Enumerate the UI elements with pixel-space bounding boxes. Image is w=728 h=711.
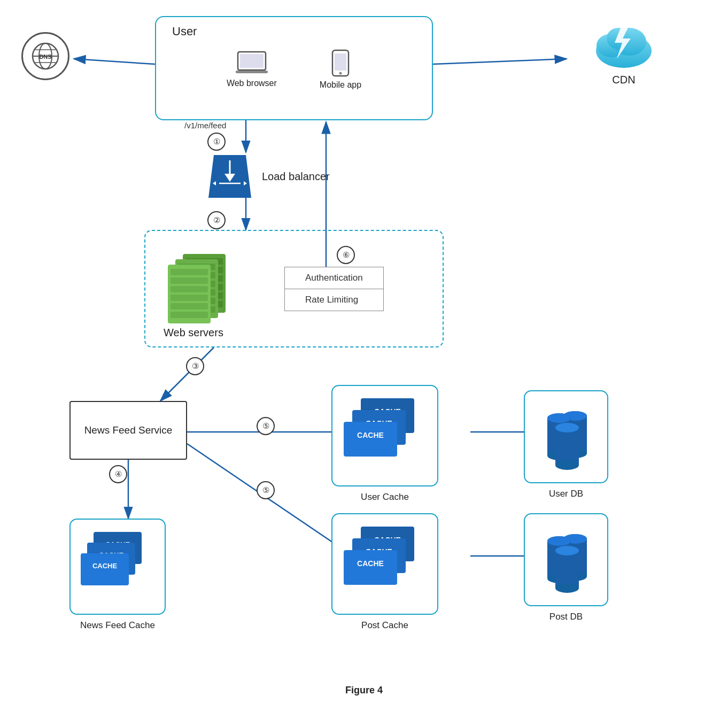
svg-rect-21 [240,54,264,68]
auth-label: Authentication [305,273,363,283]
step-3-circle: ③ [186,357,204,375]
step-1-label: ① [213,137,220,146]
svg-rect-22 [236,71,268,73]
user-title: User [172,25,197,38]
mobile-app-item: Mobile app [320,49,361,90]
svg-text:CACHE: CACHE [357,559,384,568]
post-db-box [524,513,608,606]
user-db-area: User DB [524,390,608,499]
authentication-item: Authentication [284,267,384,289]
svg-text:/v1/me/feed: /v1/me/feed [184,121,226,130]
step-5b-label: ⑤ [262,485,269,495]
svg-rect-55 [171,286,208,292]
svg-point-100 [555,546,579,555]
svg-point-84 [547,413,571,423]
svg-rect-54 [171,277,208,284]
svg-rect-57 [171,303,208,310]
user-cache-area: CACHE CACHE CACHE User Cache [331,385,438,503]
user-cache-icon: CACHE CACHE CACHE [339,393,430,478]
news-feed-cache-label: News Feed Cache [80,620,155,631]
svg-rect-98 [555,551,579,588]
step-5a-label: ⑤ [262,421,269,431]
svg-line-6 [160,347,214,401]
web-browser-item: Web browser [227,51,277,88]
svg-point-88 [555,423,579,432]
web-servers-label: Web servers [164,327,223,339]
svg-line-3 [433,59,567,64]
news-feed-service-label: News Feed Service [84,424,173,436]
user-box: User Web browser Mobile app [155,16,433,120]
step-4-circle: ④ [109,465,127,483]
mobile-app-label: Mobile app [320,80,361,90]
figure-label: Figure 4 [345,685,383,696]
svg-rect-56 [171,295,208,301]
svg-point-87 [555,460,579,470]
user-db-label: User DB [549,489,583,499]
cdn-label: CDN [612,74,635,86]
rate-limiting-item: Rate Limiting [284,289,384,311]
auth-rate-container: Authentication Rate Limiting [284,267,384,311]
laptop-icon [236,51,268,75]
post-cache-label: Post Cache [361,620,408,631]
news-feed-service-box: News Feed Service [69,401,187,460]
post-cache-icon: CACHE CACHE CACHE [339,521,430,607]
news-feed-cache-icon: CACHE CACHE CACHE [78,527,158,607]
user-db-box [524,390,608,483]
svg-line-2 [74,59,155,64]
step-1-circle: ① [207,133,226,151]
svg-point-96 [547,536,571,546]
post-db-area: Post DB [524,513,608,622]
rate-label: Rate Limiting [305,295,358,305]
post-cache-area: CACHE CACHE CACHE Post Cache [331,513,438,631]
load-balancer-area: Load balancer [208,152,330,200]
web-browser-label: Web browser [227,79,277,88]
svg-rect-24 [335,53,346,71]
svg-text:CACHE: CACHE [92,562,118,570]
step-2-circle: ② [207,211,226,229]
svg-rect-53 [171,269,208,275]
step-6-label: ⑥ [343,250,350,260]
diagram: /v1/me/feed DNS User Web browser [0,0,728,711]
user-icons: Web browser Mobile app [227,49,361,90]
post-db-icon [537,524,595,593]
user-db-icon [537,401,595,470]
web-servers-box: Authentication Rate Limiting Web servers [144,230,444,347]
svg-rect-86 [555,428,579,465]
step-4-label: ④ [115,469,122,479]
news-feed-cache-box: CACHE CACHE CACHE [69,519,166,615]
user-cache-label: User Cache [361,492,409,503]
step-2-label: ② [213,215,220,225]
step-5a-circle: ⑤ [257,417,275,435]
svg-point-99 [555,583,579,593]
post-db-label: Post DB [549,612,583,622]
dns-icon: DNS [21,32,69,80]
svg-rect-58 [171,312,208,318]
mobile-icon [331,49,350,77]
server-racks-icon [161,243,247,334]
load-balancer-label: Load balancer [262,171,330,183]
load-balancer-icon [208,152,251,200]
cdn-area: CDN [589,16,659,86]
step-3-label: ③ [192,361,199,371]
step-6-circle: ⑥ [337,246,355,264]
post-cache-box: CACHE CACHE CACHE [331,513,438,615]
svg-point-25 [339,72,342,75]
cdn-cloud-icon [589,16,659,69]
step-5b-circle: ⑤ [257,481,275,499]
user-cache-box: CACHE CACHE CACHE [331,385,438,486]
svg-line-9 [187,444,353,556]
news-feed-cache-area: CACHE CACHE CACHE News Feed Cache [69,519,166,631]
svg-text:CACHE: CACHE [357,431,384,439]
svg-text:DNS: DNS [39,53,51,60]
